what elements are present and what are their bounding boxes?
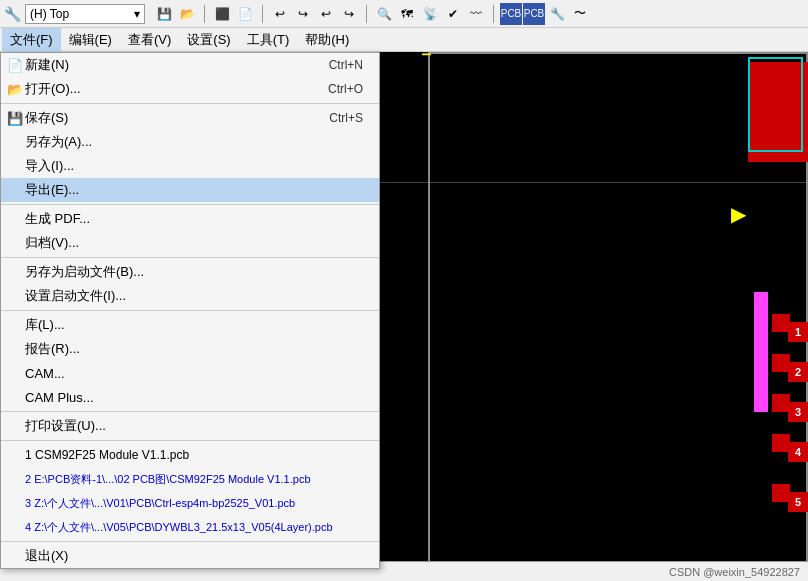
toolbar-group-3: ↩ ↪ ↩ ↪ bbox=[269, 3, 360, 25]
sep-1 bbox=[1, 103, 379, 104]
menu-save-icon: 💾 bbox=[7, 111, 23, 126]
menu-save-label: 保存(S) bbox=[25, 109, 68, 127]
toolbar-separator-4 bbox=[493, 5, 494, 23]
toolbar-check-btn[interactable]: ✔ bbox=[442, 3, 464, 25]
pcb-white-line-1 bbox=[380, 182, 808, 183]
file-dropdown-menu: 📄 新建(N) Ctrl+N 📂 打开(O)... Ctrl+O 💾 保存(S)… bbox=[0, 52, 380, 569]
menu-library[interactable]: 库(L)... bbox=[1, 313, 379, 337]
menu-new[interactable]: 📄 新建(N) Ctrl+N bbox=[1, 53, 379, 77]
menu-set-startup[interactable]: 设置启动文件(I)... bbox=[1, 284, 379, 308]
menu-recent-3[interactable]: 3 Z:\个人文件\...\V01\PCB\Ctrl-esp4m-bp2525_… bbox=[1, 491, 379, 515]
pcb-badge-5: 5 bbox=[788, 492, 808, 512]
menu-pdf-label: 生成 PDF... bbox=[25, 210, 90, 228]
toolbar-group-5: PCB PCB 🔧 〜 bbox=[500, 3, 591, 25]
menu-new-label: 新建(N) bbox=[25, 56, 69, 74]
toolbar-redo-btn[interactable]: ↪ bbox=[292, 3, 314, 25]
toolbar-undo2-btn[interactable]: ↩ bbox=[315, 3, 337, 25]
menu-tools[interactable]: 工具(T) bbox=[239, 28, 298, 52]
menu-saveas-label: 另存为(A)... bbox=[25, 133, 92, 151]
toolbar-map-btn[interactable]: 🗺 bbox=[396, 3, 418, 25]
menu-cam-label: CAM... bbox=[25, 366, 65, 381]
toolbar-save-btn[interactable]: 💾 bbox=[153, 3, 175, 25]
toolbar-separator-2 bbox=[262, 5, 263, 23]
sep-6 bbox=[1, 440, 379, 441]
sep-2 bbox=[1, 204, 379, 205]
pcb-iro-label: IRo bbox=[420, 52, 434, 56]
toolbar-drc-btn[interactable]: 🔧 bbox=[546, 3, 568, 25]
menu-print-setup[interactable]: 打印设置(U)... bbox=[1, 414, 379, 438]
menu-open-shortcut: Ctrl+O bbox=[328, 82, 363, 96]
menu-open-icon: 📂 bbox=[7, 82, 23, 97]
toolbar-rotate-btn[interactable]: ↩ bbox=[269, 3, 291, 25]
menu-recent-4-label: 4 Z:\个人文件\...\V05\PCB\DYWBL3_21.5x13_V05… bbox=[25, 520, 333, 535]
menu-help[interactable]: 帮助(H) bbox=[297, 28, 357, 52]
toolbar-separator-3 bbox=[366, 5, 367, 23]
toolbar-group-1: 💾 📂 bbox=[153, 3, 198, 25]
toolbar-pcb2-btn[interactable]: PCB bbox=[523, 3, 545, 25]
pcb-pad-4 bbox=[772, 434, 790, 452]
pcb-badge-4: 4 bbox=[788, 442, 808, 462]
menu-bar: 文件(F) 编辑(E) 查看(V) 设置(S) 工具(T) 帮助(H) bbox=[0, 28, 808, 52]
menu-open[interactable]: 📂 打开(O)... Ctrl+O bbox=[1, 77, 379, 101]
toolbar-wave-btn[interactable]: 〜 bbox=[569, 3, 591, 25]
toolbar-btn-4[interactable]: 📄 bbox=[234, 3, 256, 25]
menu-new-shortcut: Ctrl+N bbox=[329, 58, 363, 72]
sep-7 bbox=[1, 541, 379, 542]
toolbar-zoom-btn[interactable]: 🔍 bbox=[373, 3, 395, 25]
pcb-pad-1 bbox=[772, 314, 790, 332]
status-text: CSDN @weixin_54922827 bbox=[669, 566, 800, 578]
menu-save-startup-label: 另存为启动文件(B)... bbox=[25, 263, 144, 281]
layer-dropdown[interactable]: (H) Top ▾ bbox=[25, 4, 145, 24]
pcb-canvas[interactable]: ▶ 1 2 3 4 5 IRo bbox=[380, 52, 808, 581]
menu-import[interactable]: 导入(I)... bbox=[1, 154, 379, 178]
menu-exit[interactable]: 退出(X) bbox=[1, 544, 379, 568]
menu-recent-1-label: 1 CSM92F25 Module V1.1.pcb bbox=[25, 448, 189, 462]
toolbar-btn-3[interactable]: ⬛ bbox=[211, 3, 233, 25]
menu-cam-plus[interactable]: CAM Plus... bbox=[1, 385, 379, 409]
pcb-badge-2: 2 bbox=[788, 362, 808, 382]
pcb-pad-2 bbox=[772, 354, 790, 372]
menu-archive[interactable]: 归档(V)... bbox=[1, 231, 379, 255]
menu-save-startup[interactable]: 另存为启动文件(B)... bbox=[1, 260, 379, 284]
pcb-teal-outline bbox=[748, 57, 803, 152]
menu-new-icon: 📄 bbox=[7, 58, 23, 73]
sep-4 bbox=[1, 310, 379, 311]
pcb-pink-component bbox=[754, 292, 768, 412]
toolbar-redo2-btn[interactable]: ↪ bbox=[338, 3, 360, 25]
pcb-pad-5 bbox=[772, 484, 790, 502]
dropdown-arrow-icon: ▾ bbox=[134, 7, 140, 21]
menu-cam[interactable]: CAM... bbox=[1, 361, 379, 385]
menu-print-setup-label: 打印设置(U)... bbox=[25, 417, 106, 435]
menu-exit-label: 退出(X) bbox=[25, 547, 68, 565]
menu-settings[interactable]: 设置(S) bbox=[179, 28, 238, 52]
menu-archive-label: 归档(V)... bbox=[25, 234, 79, 252]
menu-cam-plus-label: CAM Plus... bbox=[25, 390, 94, 405]
menu-open-label: 打开(O)... bbox=[25, 80, 81, 98]
pcb-arrow: ▶ bbox=[731, 202, 746, 226]
menu-report[interactable]: 报告(R)... bbox=[1, 337, 379, 361]
pcb-badge-3: 3 bbox=[788, 402, 808, 422]
menu-file[interactable]: 文件(F) bbox=[2, 28, 61, 52]
menu-recent-4[interactable]: 4 Z:\个人文件\...\V05\PCB\DYWBL3_21.5x13_V05… bbox=[1, 515, 379, 539]
menu-view[interactable]: 查看(V) bbox=[120, 28, 179, 52]
menu-recent-2[interactable]: 2 E:\PCB资料-1\...\02 PCB图\CSM92F25 Module… bbox=[1, 467, 379, 491]
menu-save-shortcut: Ctrl+S bbox=[329, 111, 363, 125]
pcb-badge-1: 1 bbox=[788, 322, 808, 342]
menu-save[interactable]: 💾 保存(S) Ctrl+S bbox=[1, 106, 379, 130]
toolbar-signal-btn[interactable]: 📡 bbox=[419, 3, 441, 25]
menu-export[interactable]: 导出(E)... bbox=[1, 178, 379, 202]
menu-pdf[interactable]: 生成 PDF... bbox=[1, 207, 379, 231]
toolbar-route-btn[interactable]: 〰 bbox=[465, 3, 487, 25]
sep-3 bbox=[1, 257, 379, 258]
menu-report-label: 报告(R)... bbox=[25, 340, 80, 358]
toolbar-group-4: 🔍 🗺 📡 ✔ 〰 bbox=[373, 3, 487, 25]
menu-recent-1[interactable]: 1 CSM92F25 Module V1.1.pcb bbox=[1, 443, 379, 467]
toolbar-pcb-btn[interactable]: PCB bbox=[500, 3, 522, 25]
menu-set-startup-label: 设置启动文件(I)... bbox=[25, 287, 126, 305]
menu-library-label: 库(L)... bbox=[25, 316, 65, 334]
toolbar-open-btn[interactable]: 📂 bbox=[176, 3, 198, 25]
app-icon: 🔧 bbox=[4, 6, 21, 22]
menu-saveas[interactable]: 另存为(A)... bbox=[1, 130, 379, 154]
menu-import-label: 导入(I)... bbox=[25, 157, 74, 175]
menu-edit[interactable]: 编辑(E) bbox=[61, 28, 120, 52]
